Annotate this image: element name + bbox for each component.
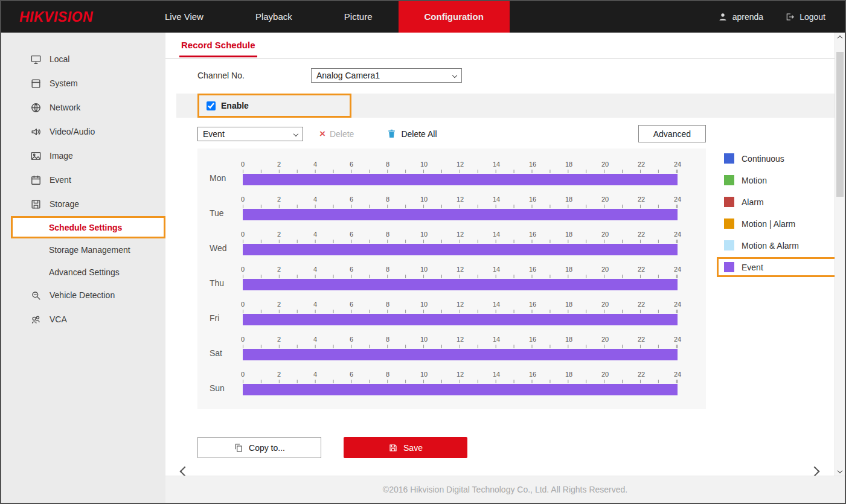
hour-tick-label: 22 xyxy=(638,371,645,378)
scroll-down-icon[interactable] xyxy=(835,465,845,476)
chevron-down-icon xyxy=(452,73,457,78)
hour-tick-label: 8 xyxy=(386,196,389,203)
sidebar-item-storage-management[interactable]: Storage Management xyxy=(1,238,165,261)
enable-checkbox[interactable] xyxy=(207,101,216,110)
sidebar-item-video-audio[interactable]: Video/Audio xyxy=(1,120,165,144)
hour-tick-label: 8 xyxy=(386,266,389,273)
hour-tick-label: 24 xyxy=(674,336,681,343)
schedule-bar[interactable] xyxy=(243,314,678,325)
hour-tick-label: 2 xyxy=(277,231,281,238)
sidebar-item-system[interactable]: System xyxy=(1,71,165,95)
hour-tick-label: 4 xyxy=(313,371,317,378)
hour-labels: 024681012141618202224 xyxy=(243,231,678,240)
sidebar-item-vca[interactable]: VCA xyxy=(1,307,165,331)
legend-swatch xyxy=(724,153,734,164)
time-ruler xyxy=(243,170,678,173)
sidebar-item-advanced-settings[interactable]: Advanced Settings xyxy=(1,261,165,283)
schedule-bar[interactable] xyxy=(243,174,678,185)
legend-label: Motion | Alarm xyxy=(742,219,795,229)
day-label: Sat xyxy=(210,348,222,358)
hour-tick-label: 16 xyxy=(529,371,536,378)
hour-labels: 024681012141618202224 xyxy=(243,266,678,275)
delete-button[interactable]: × Delete xyxy=(319,129,354,139)
hour-tick-label: 12 xyxy=(457,371,464,378)
nav-tab-live-view[interactable]: Live View xyxy=(139,1,229,33)
channel-select[interactable]: Analog Camera1 xyxy=(311,68,462,83)
schedule-bar[interactable] xyxy=(243,349,678,360)
legend-label: Continuous xyxy=(742,154,784,164)
advanced-button[interactable]: Advanced xyxy=(638,125,706,142)
copy-to-button[interactable]: Copy to... xyxy=(197,437,321,458)
sidebar-item-image[interactable]: Image xyxy=(1,144,165,168)
day-label: Wed xyxy=(210,243,227,253)
schedule-bar[interactable] xyxy=(243,209,678,220)
hour-tick-label: 0 xyxy=(241,301,245,308)
user-menu[interactable]: aprenda xyxy=(718,12,763,22)
scrollbar-track[interactable] xyxy=(835,43,845,465)
bar-track xyxy=(243,209,678,220)
hour-tick-label: 16 xyxy=(529,336,536,343)
sidebar-item-storage[interactable]: Storage xyxy=(1,192,165,216)
legend-item-continuous[interactable]: Continuous xyxy=(717,148,841,168)
hour-tick-label: 24 xyxy=(674,301,681,308)
delete-all-button[interactable]: Delete All xyxy=(386,129,437,139)
scrollbar-thumb[interactable] xyxy=(836,52,844,197)
hour-tick-label: 4 xyxy=(313,231,317,238)
sidebar-item-label: Advanced Settings xyxy=(49,267,120,277)
schedule-row-sat: Sat024681012141618202224 xyxy=(197,331,706,366)
content-tabbar: Record Schedule xyxy=(165,33,845,59)
sidebar-item-label: Local xyxy=(50,54,69,64)
nav-tab-picture[interactable]: Picture xyxy=(318,1,399,33)
sidebar-item-schedule-settings[interactable]: Schedule Settings xyxy=(11,216,165,238)
sidebar-item-network[interactable]: Network xyxy=(1,95,165,120)
sidebar-item-label: Vehicle Detection xyxy=(50,290,115,300)
legend-swatch xyxy=(724,175,734,185)
body: LocalSystemNetworkVideo/AudioImageEventS… xyxy=(1,33,845,503)
hour-tick-label: 4 xyxy=(313,266,317,273)
record-type-select[interactable]: Event xyxy=(197,127,303,141)
logout-button[interactable]: Logout xyxy=(785,12,825,22)
sidebar-menu: LocalSystemNetworkVideo/AudioImageEventS… xyxy=(1,47,165,331)
channel-row: Channel No. Analog Camera1 xyxy=(197,68,845,83)
hour-tick-label: 24 xyxy=(674,266,681,273)
schedule-bar[interactable] xyxy=(243,279,678,290)
legend-item-motion[interactable]: Motion xyxy=(717,170,841,190)
hour-tick-label: 14 xyxy=(493,196,500,203)
sidebar-item-vehicle-detection[interactable]: Vehicle Detection xyxy=(1,283,165,307)
scroll-up-icon[interactable] xyxy=(835,33,845,43)
vertical-scrollbar[interactable] xyxy=(835,33,845,476)
legend-item-alarm[interactable]: Alarm xyxy=(717,192,841,212)
enable-highlight-box: Enable xyxy=(197,94,351,118)
hour-tick-label: 24 xyxy=(674,161,681,168)
hour-tick-label: 6 xyxy=(350,196,353,203)
nav-tab-playback[interactable]: Playback xyxy=(229,1,318,33)
hour-tick-label: 20 xyxy=(601,336,609,343)
schedule-bar[interactable] xyxy=(243,384,678,395)
bar-track xyxy=(243,174,678,185)
hour-tick-label: 14 xyxy=(493,231,500,238)
legend-swatch xyxy=(724,240,734,250)
tab-record-schedule[interactable]: Record Schedule xyxy=(179,40,257,57)
hour-tick-label: 22 xyxy=(638,336,645,343)
hour-tick-label: 22 xyxy=(638,161,645,168)
sidebar-item-event[interactable]: Event xyxy=(1,168,165,192)
legend-item-event[interactable]: Event xyxy=(717,257,841,277)
schedule-bar[interactable] xyxy=(243,244,678,255)
hour-labels: 024681012141618202224 xyxy=(243,196,678,205)
content-area: Record Schedule Channel No. Analog Camer… xyxy=(165,33,845,476)
save-label: Save xyxy=(403,443,423,453)
time-ruler xyxy=(243,240,678,243)
hour-tick-label: 24 xyxy=(674,231,681,238)
legend-item-motion-alarm[interactable]: Motion | Alarm xyxy=(717,214,841,234)
sidebar-item-local[interactable]: Local xyxy=(1,47,165,71)
scroll-left-icon[interactable] xyxy=(180,467,190,476)
chevron-down-icon xyxy=(293,131,298,136)
sidebar-item-label: Event xyxy=(50,175,71,185)
legend-item-motion-alarm[interactable]: Motion & Alarm xyxy=(717,235,841,255)
save-button[interactable]: Save xyxy=(344,437,467,458)
hour-tick-label: 12 xyxy=(457,336,464,343)
scroll-right-icon[interactable] xyxy=(810,467,820,476)
record-type-value: Event xyxy=(203,129,225,139)
nav-tab-configuration[interactable]: Configuration xyxy=(399,1,510,33)
day-label: Fri xyxy=(210,313,219,323)
